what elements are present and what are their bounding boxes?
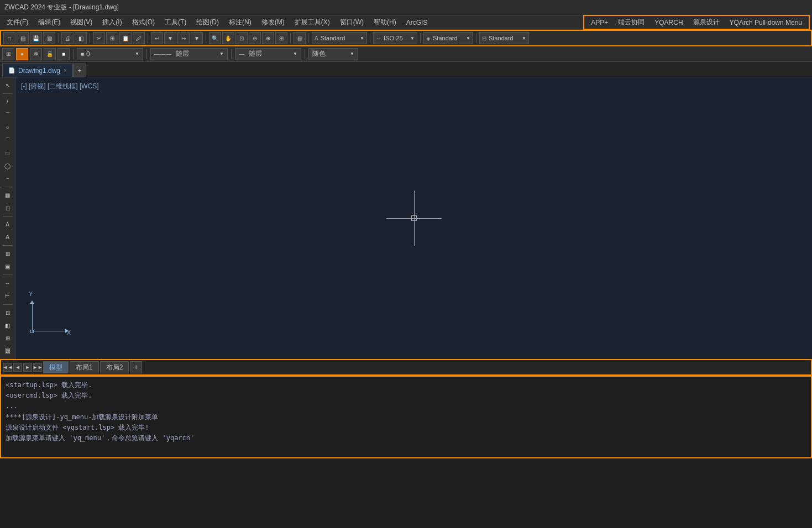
layout-tab-layout1[interactable]: 布局1 bbox=[70, 361, 99, 373]
redo-button[interactable]: ↪ bbox=[177, 32, 190, 44]
dim-tool[interactable]: ↔ bbox=[2, 277, 14, 289]
print-preview-button[interactable]: ◧ bbox=[75, 32, 87, 44]
layer-lock-button[interactable]: 🔓 bbox=[44, 48, 56, 60]
layout-nav-first[interactable]: ◄◄ bbox=[3, 363, 12, 372]
insert-block-tool[interactable]: ⊞ bbox=[2, 248, 14, 260]
layout-nav-prev[interactable]: ◄ bbox=[13, 363, 22, 372]
axis-indicator: Y X bbox=[27, 291, 71, 337]
command-window[interactable]: <startup.lsp> 载入完毕. <usercmd.lsp> 载入完毕. … bbox=[0, 376, 812, 458]
menu-window[interactable]: 窗口(W) bbox=[336, 17, 368, 28]
layout-tab-model[interactable]: 模型 bbox=[43, 361, 69, 373]
menu-tools[interactable]: 工具(T) bbox=[160, 17, 191, 28]
zoom-window-button[interactable]: ⊡ bbox=[235, 32, 248, 44]
cmd-line-4: ****[源泉设计]-yq_menu-加载源泉设计附加菜单 bbox=[6, 412, 806, 423]
menu-help[interactable]: 帮助(H) bbox=[369, 17, 401, 28]
layout-tabs: ◄◄ ◄ ► ►► 模型 布局1 布局2 + bbox=[0, 359, 812, 376]
lineweight-dropdown[interactable]: — 随层 ▼ bbox=[235, 48, 301, 60]
copy-button[interactable]: ⊞ bbox=[106, 32, 118, 44]
paste-button[interactable]: 📋 bbox=[119, 32, 132, 44]
grid-tool[interactable]: ⊞ bbox=[2, 332, 14, 344]
line-tool[interactable]: / bbox=[2, 96, 14, 108]
new-tab-button[interactable]: + bbox=[73, 64, 86, 77]
menu-app-plus[interactable]: APP+ bbox=[586, 18, 612, 28]
region-tool[interactable]: ◻ bbox=[2, 202, 14, 214]
menu-file[interactable]: 文件(F) bbox=[2, 17, 33, 28]
menu-bar: 文件(F) 编辑(E) 视图(V) 插入(I) 格式(O) 工具(T) 绘图(D… bbox=[0, 15, 812, 30]
cmd-line-3: ... bbox=[6, 401, 806, 411]
left-toolbar: ↖ / ⌒ ○ ⌒ □ ◯ ~ ▦ ◻ A A ⊞ ▣ ↔ ⊢ ⊟ ◧ ⊞ 🖼 bbox=[0, 77, 15, 359]
spline-tool[interactable]: ~ bbox=[2, 173, 14, 184]
x-axis-label: X bbox=[67, 329, 71, 336]
layout-add-tab-button[interactable]: + bbox=[130, 361, 142, 373]
menu-draw[interactable]: 绘图(D) bbox=[192, 17, 223, 28]
rectangle-tool[interactable]: □ bbox=[2, 147, 14, 159]
menu-arcgis[interactable]: ArcGIS bbox=[402, 18, 432, 28]
title-bar-text: ZWCAD 2024 专业版 - [Drawing1.dwg] bbox=[4, 3, 119, 12]
drawing-tab[interactable]: 📄 Drawing1.dwg × bbox=[2, 64, 73, 77]
zoom-all-button[interactable]: ⊕ bbox=[262, 32, 274, 44]
zoom-prev-button[interactable]: ⊖ bbox=[249, 32, 261, 44]
text-style-dropdown[interactable]: A Standard ▼ bbox=[312, 32, 367, 44]
arc-tool[interactable]: ⌒ bbox=[2, 134, 14, 146]
menu-edit[interactable]: 编辑(E) bbox=[34, 17, 65, 28]
color-dropdown[interactable]: 随色 ▼ bbox=[308, 48, 358, 60]
layout-nav-last[interactable]: ►► bbox=[33, 363, 42, 372]
matchprop-button[interactable]: 🖊 bbox=[133, 32, 145, 44]
cmd-line-5: 源泉设计启动文件 <yqstart.lsp> 载入完毕! bbox=[6, 423, 806, 433]
menu-yqarch[interactable]: YQARCH bbox=[650, 18, 687, 28]
menu-modify[interactable]: 修改(M) bbox=[257, 17, 289, 28]
menu-bar-right: APP+ 端云协同 YQARCH 源泉设计 YQArch Pull-down M… bbox=[583, 15, 810, 30]
open-button[interactable]: ▤ bbox=[17, 32, 29, 44]
layer-off-button[interactable]: ● bbox=[16, 48, 28, 60]
layer-manager-button[interactable]: ⊞ bbox=[2, 48, 14, 60]
layer-style-dropdown[interactable]: ⊟ Standard ▼ bbox=[479, 32, 529, 44]
hatch-tool[interactable]: ▦ bbox=[2, 189, 14, 201]
select-tool[interactable]: ↖ bbox=[2, 80, 14, 91]
menu-yuanquan-design[interactable]: 源泉设计 bbox=[689, 17, 724, 28]
image-tool[interactable]: 🖼 bbox=[2, 345, 14, 357]
layer-color-button[interactable]: ■ bbox=[57, 48, 70, 60]
undo-button[interactable]: ↩ bbox=[151, 32, 163, 44]
saveas-button[interactable]: ▨ bbox=[43, 32, 55, 44]
menu-yqarch-pulldown[interactable]: YQArch Pull-down Menu bbox=[725, 18, 806, 28]
dim-style-dropdown[interactable]: ↔ ISO-25 ▼ bbox=[373, 32, 417, 44]
text-tool[interactable]: A bbox=[2, 219, 14, 230]
zoom-extent-button[interactable]: ⊞ bbox=[275, 32, 287, 44]
new-button[interactable]: □ bbox=[3, 32, 15, 44]
properties-tool[interactable]: ◧ bbox=[2, 320, 14, 331]
linetype-dropdown[interactable]: — — — 随层 ▼ bbox=[150, 48, 228, 60]
layout-tab-layout2[interactable]: 布局2 bbox=[100, 361, 129, 373]
menu-insert[interactable]: 插入(I) bbox=[98, 17, 126, 28]
canvas-area[interactable]: [-] [俯视] [二维线框] [WCS] Y X bbox=[15, 77, 812, 359]
redo-dropdown[interactable]: ▼ bbox=[191, 32, 203, 44]
circle-tool[interactable]: ○ bbox=[2, 122, 14, 133]
polyline-tool[interactable]: ⌒ bbox=[2, 109, 14, 120]
cut-button[interactable]: ✂ bbox=[93, 32, 105, 44]
print-button[interactable]: 🖨 bbox=[61, 32, 74, 44]
save-button[interactable]: 💾 bbox=[30, 32, 42, 44]
property-button[interactable]: ▤ bbox=[294, 32, 306, 44]
menu-cloud-collab[interactable]: 端云协同 bbox=[614, 17, 649, 28]
pan-button[interactable]: ✋ bbox=[222, 32, 234, 44]
cmd-line-6: 加载源泉菜单请键入 'yq_menu'，命令总览请键入 'yqarch' bbox=[6, 433, 806, 443]
layer-tool[interactable]: ⊟ bbox=[2, 307, 14, 318]
layer-freeze-button[interactable]: ❄ bbox=[30, 48, 42, 60]
zoom-realtime-button[interactable]: 🔍 bbox=[209, 32, 221, 44]
render-style-dropdown[interactable]: ◈ Standard ▼ bbox=[423, 32, 473, 44]
menu-view[interactable]: 视图(V) bbox=[66, 17, 97, 28]
main-area: ↖ / ⌒ ○ ⌒ □ ◯ ~ ▦ ◻ A A ⊞ ▣ ↔ ⊢ ⊟ ◧ ⊞ 🖼 … bbox=[0, 77, 812, 359]
menu-annotate[interactable]: 标注(N) bbox=[224, 17, 256, 28]
tab-bar: 📄 Drawing1.dwg × + bbox=[0, 62, 812, 77]
toolbar-row1: □ ▤ 💾 ▨ 🖨 ◧ ✂ ⊞ 📋 🖊 ↩ ▼ ↪ ▼ 🔍 ✋ ⊡ ⊖ ⊕ ⊞ … bbox=[0, 30, 812, 46]
ellipse-tool[interactable]: ◯ bbox=[2, 160, 14, 172]
block-tool[interactable]: ▣ bbox=[2, 261, 14, 272]
tab-close-button[interactable]: × bbox=[64, 67, 67, 73]
y-axis-label: Y bbox=[29, 291, 71, 297]
menu-format[interactable]: 格式(O) bbox=[128, 17, 159, 28]
layer-dropdown[interactable]: ■ 0 ▼ bbox=[77, 48, 143, 60]
mtext-tool[interactable]: A bbox=[2, 231, 14, 243]
layout-nav-next[interactable]: ► bbox=[23, 363, 32, 372]
menu-express[interactable]: 扩展工具(X) bbox=[290, 17, 334, 28]
dim-linear-tool[interactable]: ⊢ bbox=[2, 290, 14, 302]
undo-dropdown[interactable]: ▼ bbox=[164, 32, 176, 44]
